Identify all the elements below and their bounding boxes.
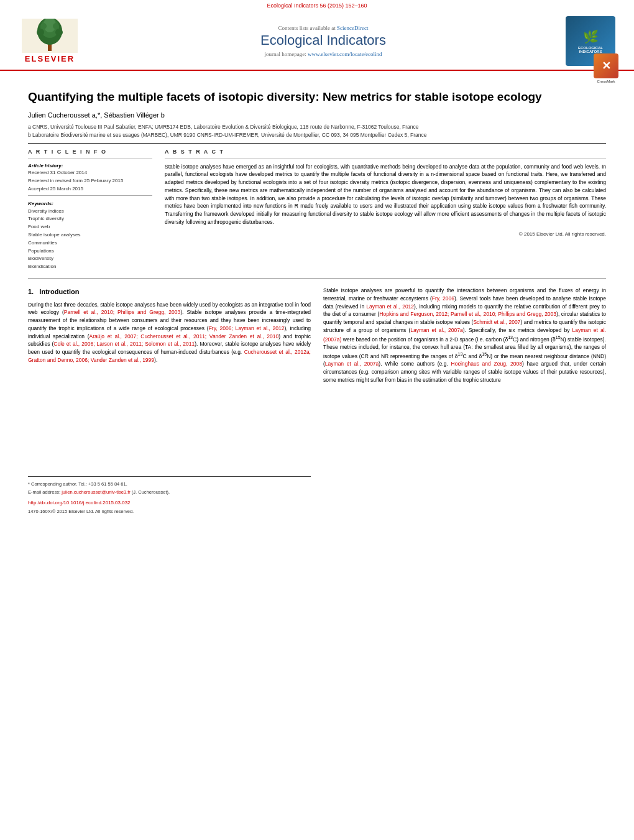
ref-hopkins2012[interactable]: Hopkins and Ferguson, 2012; Parnell et a…: [379, 311, 556, 317]
ref-cucherousset2012[interactable]: Cucherousset et al., 2012a; Gratton and …: [28, 349, 311, 363]
svg-point-8: [53, 23, 59, 29]
page: Ecological Indicators 56 (2015) 152–160: [0, 0, 634, 840]
intro-para-1: During the last three decades, stable is…: [28, 301, 311, 364]
doi-link[interactable]: http://dx.doi.org/10.1016/j.ecolind.2015…: [28, 500, 131, 505]
crossmark-label: CrossMark: [594, 80, 618, 83]
ref-cole2006[interactable]: Cole et al., 2006; Larson et al., 2011; …: [53, 341, 195, 347]
elsevier-text: ELSEVIER: [25, 54, 75, 63]
affiliation-a: a CNRS, Université Toulouse III Paul Sab…: [28, 124, 606, 130]
main-divider: [28, 279, 606, 279]
text-col-right: Stable isotope analyses are powerful to …: [323, 287, 606, 515]
ref-araujo2007[interactable]: Araújo et al., 2007; Cucherousset et al.…: [90, 333, 279, 339]
keyword-7: Biodiversity: [28, 255, 152, 263]
abstract-header: A B S T R A C T: [165, 149, 606, 155]
issn-line: 1470-160X/© 2015 Elsevier Ltd. All right…: [28, 508, 311, 515]
ref-layman2007a[interactable]: Layman et al., 2007a: [410, 327, 463, 333]
keyword-4: Stable isotope analyses: [28, 231, 152, 239]
footnotes: * Corresponding author. Tel.: +33 5 61 5…: [28, 476, 311, 515]
elsevier-tree-image: [22, 19, 78, 53]
keyword-6: Populations: [28, 247, 152, 256]
accepted-date: Accepted 25 March 2015: [28, 186, 152, 192]
author-names: Julien Cucherousset a,*, Sébastien Villé…: [28, 111, 165, 119]
crossmark-container: ✕ CrossMark: [594, 53, 618, 83]
abstract-text: Stable isotope analyses have emerged as …: [165, 163, 606, 226]
sciencedirect-line: Contents lists available at ScienceDirec…: [99, 25, 547, 31]
ref-layman2007a-3[interactable]: Layman et al., 2007a: [325, 361, 379, 367]
keyword-8: Bioindication: [28, 263, 152, 271]
footnote-email-link[interactable]: julien.cucherousset@univ-tlse3.fr: [62, 489, 131, 495]
journal-ref-text: Ecological Indicators 56 (2015) 152–160: [267, 2, 367, 9]
ref-layman2012[interactable]: Layman et al., 2012: [366, 303, 414, 310]
copyright-line: © 2015 Elsevier Ltd. All rights reserved…: [165, 231, 606, 237]
journal-title-block: Contents lists available at ScienceDirec…: [87, 25, 559, 57]
journal-name: Ecological Indicators: [99, 32, 547, 48]
journal-homepage: journal homepage: www.elsevier.com/locat…: [99, 51, 547, 57]
article-info-col: A R T I C L E I N F O Article history: R…: [28, 149, 152, 271]
main-text-section: 1. Introduction During the last three de…: [28, 287, 606, 515]
authors-line: Julien Cucherousset a,*, Sébastien Villé…: [28, 111, 606, 119]
received-date: Received 31 October 2014: [28, 170, 152, 175]
sciencedirect-link[interactable]: ScienceDirect: [337, 25, 368, 31]
article-info-header: A R T I C L E I N F O: [28, 149, 152, 155]
keywords-label: Keywords:: [28, 201, 152, 206]
info-rule-mid: [28, 195, 152, 196]
abstract-rule: [165, 159, 606, 159]
article-info-abstract-section: A R T I C L E I N F O Article history: R…: [28, 149, 606, 271]
journal-reference: Ecological Indicators 56 (2015) 152–160: [0, 0, 634, 11]
footnote-corresponding: * Corresponding author. Tel.: +33 5 61 5…: [28, 481, 311, 487]
keyword-2: Trophic diversity: [28, 215, 152, 223]
footnote-email: E-mail address: julien.cucherousset@univ…: [28, 489, 311, 496]
revised-date: Received in revised form 25 February 201…: [28, 178, 152, 183]
ref-fry2006-2[interactable]: Fry, 2006: [432, 295, 454, 302]
crossmark-badge: ✕: [594, 53, 618, 78]
ref-fry2006[interactable]: Fry, 2006; Layman et al., 2012: [209, 325, 285, 331]
eco-leaf-icon: 🌿: [583, 29, 599, 44]
intro-section-title: 1. Introduction: [28, 287, 311, 297]
footer-doi: http://dx.doi.org/10.1016/j.ecolind.2015…: [28, 499, 311, 507]
keywords-list: Diversity indices Trophic diversity Food…: [28, 208, 152, 271]
svg-point-6: [55, 29, 63, 36]
title-divider: [28, 143, 606, 144]
svg-point-5: [37, 29, 44, 36]
affiliation-b: b Laboratoire Biodiversité marine et ses…: [28, 132, 606, 138]
abstract-col: A B S T R A C T Stable isotope analyses …: [165, 149, 606, 271]
homepage-url[interactable]: www.elsevier.com/locate/ecolind: [308, 51, 382, 57]
text-col-left: 1. Introduction During the last three de…: [28, 287, 311, 515]
keyword-1: Diversity indices: [28, 208, 152, 216]
intro-para-2: Stable isotope analyses are powerful to …: [323, 287, 606, 384]
keyword-3: Food web: [28, 223, 152, 231]
keyword-5: Communities: [28, 239, 152, 247]
keywords-section: Keywords: Diversity indices Trophic dive…: [28, 201, 152, 271]
ref-parnell2010[interactable]: Parnell et al., 2010; Phillips and Gregg…: [64, 309, 180, 315]
svg-point-7: [40, 23, 47, 29]
article-body: Quantifying the multiple facets of isoto…: [0, 71, 634, 521]
elsevier-logo: ELSEVIER: [12, 19, 87, 63]
info-rule-top: [28, 159, 152, 159]
ref-schmidt2007[interactable]: Schmidt et al., 2007: [473, 319, 520, 325]
ref-hoeinghaus2008[interactable]: Hoeinghaus and Zeug, 2008: [451, 361, 522, 367]
history-label: Article history:: [28, 163, 152, 168]
ref-layman2007a-2[interactable]: Layman et al. (2007a): [323, 327, 606, 343]
article-title: Quantifying the multiple facets of isoto…: [28, 90, 594, 105]
journal-header: ELSEVIER Contents lists available at Sci…: [0, 11, 634, 71]
